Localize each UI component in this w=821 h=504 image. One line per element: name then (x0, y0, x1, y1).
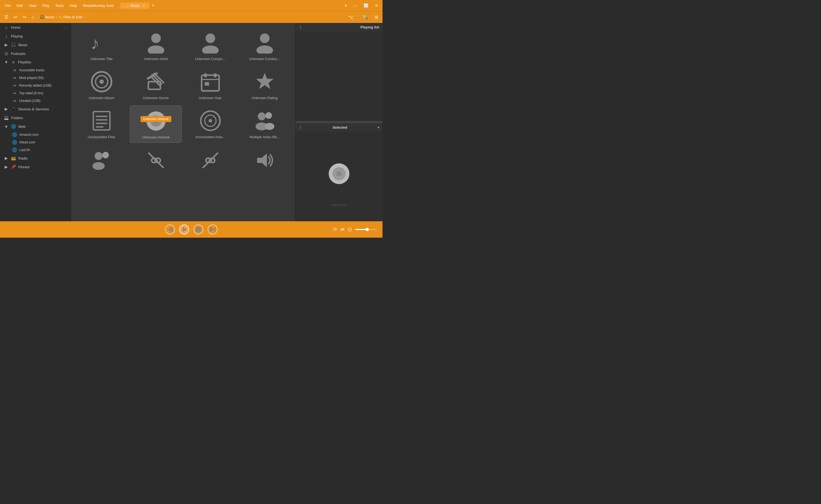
prev-button[interactable] (165, 225, 175, 234)
stop-button[interactable] (193, 225, 203, 234)
multiple-artist-icon (251, 110, 278, 132)
sidebar-playing-label: Playing (11, 34, 67, 38)
svg-text:♪: ♪ (91, 33, 99, 53)
svg-point-4 (202, 45, 219, 54)
tab-close-icon[interactable]: ✕ (143, 4, 145, 7)
sidebar-item-folders[interactable]: 💻 Folders (0, 113, 71, 122)
svg-point-31 (208, 119, 212, 123)
pinned-toggle-icon[interactable]: ▶ (4, 164, 9, 169)
next-button[interactable] (208, 225, 217, 234)
play-button[interactable] (179, 225, 189, 234)
add-tab-button[interactable]: + (149, 3, 157, 8)
redo-btn[interactable]: ↪ (20, 13, 28, 21)
sidebar-item-lastfm[interactable]: 🌐 Last.fm (10, 146, 71, 154)
cast-icon[interactable]: ⊡ (348, 226, 352, 232)
maximize-btn[interactable]: ⬜ (361, 3, 370, 8)
sidebar-item-home[interactable]: ⌂ Home ⋯ (0, 23, 71, 32)
sidebar-item-podcasts[interactable]: ◎ Podcasts (0, 49, 71, 58)
radio-toggle-icon[interactable]: ▶ (4, 156, 9, 161)
sidebar-item-recently-added[interactable]: ⇒ Recently added (1GB) (10, 82, 71, 89)
svg-point-37 (92, 162, 105, 170)
search-btn[interactable]: 🔍 (360, 13, 370, 21)
minimize-btn[interactable]: — (351, 3, 359, 8)
grid-item-unclassified[interactable]: Unclassified Files (75, 105, 128, 143)
home-btn[interactable]: ⌂ (30, 14, 37, 21)
dropdown-btn[interactable]: ▾ (343, 3, 349, 8)
sidebar-item-accessible[interactable]: ⇒ Accessible tracks (10, 66, 71, 74)
sidebar-item-amazon[interactable]: 🌐 Amazon.com (10, 131, 71, 138)
menu-play[interactable]: Play (40, 2, 52, 9)
grid-item-inconsistent-artwork[interactable]: Inconsistent Artw... (184, 105, 236, 143)
menu-view[interactable]: View (26, 2, 39, 9)
sidebar-item-iheart[interactable]: 🌐 iHeart.com (10, 138, 71, 146)
grid-item-row4-4[interactable] (239, 145, 291, 178)
grid-item-row4-1[interactable] (75, 145, 128, 178)
playing-list-header: ⋮ Playing list (295, 23, 382, 31)
playing-list-dots[interactable]: ⋮ (299, 25, 302, 29)
web-toggle-icon[interactable]: ▼ (4, 124, 9, 129)
unclassified-icon (88, 110, 115, 132)
sidebar-playlists-sub: ⇒ Accessible tracks ⇒ Most played (50) ⇒… (0, 66, 71, 105)
grid-item-row4-3[interactable] (184, 145, 236, 178)
sidebar-item-radio[interactable]: ▶ 📻 Radio (0, 154, 71, 163)
sidebar-item-unrated[interactable]: ⇒ Unrated (1GB) (10, 97, 71, 105)
grid-item-unknown-album[interactable]: Unknown Album (75, 66, 128, 103)
sidebar-item-top-rated[interactable]: ⇒ Top rated (6 hrs) (10, 89, 71, 97)
menu-tools[interactable]: Tools (53, 2, 66, 9)
close-btn[interactable]: ✕ (373, 3, 380, 8)
sidebar-item-playing[interactable]: ♪ Playing (0, 32, 71, 40)
filter-btn[interactable]: ⌥ (346, 13, 356, 21)
svg-rect-55 (196, 227, 201, 232)
grid-item-unknown-year[interactable]: Unknown Year (184, 66, 236, 103)
playing-icon: ♪ (4, 34, 9, 39)
volume-thumb[interactable] (366, 228, 369, 231)
grid-item-row4-2[interactable] (130, 145, 182, 178)
scrollbar-area[interactable] (295, 121, 382, 123)
unknown-genre-label: Unknown Genre (143, 96, 169, 100)
svg-point-32 (258, 113, 266, 120)
breadcrumb-music[interactable]: 🎧 Music (40, 15, 55, 19)
shuffle-icon[interactable]: ⇌ (340, 226, 345, 232)
grid-item-unknown-artist[interactable]: Unknown Artist (130, 27, 182, 64)
grid-item-unknown-composer[interactable]: Unknown Compo... (184, 27, 236, 64)
breadcrumb-sep-1: › (38, 15, 39, 19)
selected-chevron-icon[interactable]: ▾ (378, 126, 379, 129)
playlists-toggle-icon[interactable]: ▼ (4, 60, 9, 64)
unknown-rating-icon (251, 71, 278, 93)
sidebar-item-devices[interactable]: ▶ 📱 Devices & Services (0, 105, 71, 113)
sidebar-item-music[interactable]: ▶ 🎧 Music (0, 40, 71, 49)
grid-item-unknown-artwork[interactable]: Unknown Artwork Unknown Artwork (130, 105, 182, 143)
repeat-icon[interactable]: ⟳ (333, 226, 337, 232)
grid-item-unknown-rating[interactable]: Unknown Rating (239, 66, 291, 103)
menu-edit[interactable]: Edit (14, 2, 25, 9)
svg-point-9 (99, 79, 104, 84)
sidebar-item-pinned[interactable]: ▶ 📌 Pinned (0, 163, 71, 171)
devices-icon: 📱 (11, 107, 16, 111)
sidebar-item-playlists[interactable]: ▼ ≡ Playlists (0, 58, 71, 66)
grid-item-unknown-genre[interactable]: Unknown Genre (130, 66, 182, 103)
breadcrumb-files[interactable]: ✏️ Files to Edit (58, 15, 82, 19)
sidebar-item-most-played[interactable]: ⇒ Most played (50) (10, 74, 71, 82)
grid-item-unknown-conductor[interactable]: Unknown Conduc... (239, 27, 291, 64)
tab-edit-icon: ✏️ (125, 4, 129, 8)
volume-slider[interactable] (355, 229, 377, 230)
sidebar-home-dots[interactable]: ⋯ (63, 25, 67, 30)
menu-help[interactable]: Help (67, 2, 80, 9)
grid-item-multiple-artist[interactable]: Multiple Artist Alb... (239, 105, 291, 143)
svg-rect-10 (148, 82, 160, 89)
selected-dots[interactable]: ⋮ (299, 125, 302, 129)
tab-music[interactable]: ✏️ Music ✕ (120, 2, 149, 9)
devices-toggle-icon[interactable]: ▶ (4, 107, 9, 111)
grid-item-unknown-title[interactable]: ♪ Unknown Title (75, 27, 128, 64)
menu-mediamonkey[interactable]: MediaMonkey Gold (80, 2, 116, 9)
sidebar-toggle-btn[interactable]: ☰ (2, 13, 10, 21)
menu-file[interactable]: File (2, 2, 13, 9)
svg-rect-17 (214, 73, 216, 77)
sidebar-item-web[interactable]: ▼ 🌐 Web (0, 122, 71, 131)
playlists-icon: ≡ (11, 60, 16, 64)
layout-btn[interactable]: ⊞ (372, 13, 380, 21)
web-icon: 🌐 (11, 124, 16, 129)
undo-btn[interactable]: ↩ (11, 13, 19, 21)
svg-marker-48 (262, 153, 267, 167)
unknown-artist-icon (142, 32, 170, 54)
